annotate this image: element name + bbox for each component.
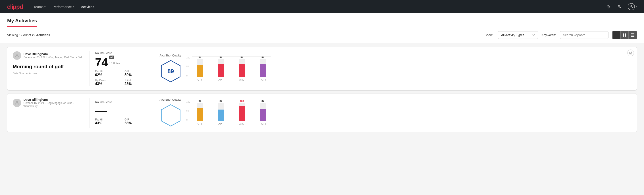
nav-teams[interactable]: Teams ▾ — [34, 4, 46, 10]
card2-quality-section: Avg Shot Quality 100 50 0 — [160, 98, 271, 128]
bar2-app-label: APP — [218, 122, 223, 125]
svg-point-0 — [630, 5, 632, 7]
grid-view-button[interactable] — [620, 31, 628, 39]
navbar: clippd Teams ▾ Performance ▾ Activities … — [0, 0, 644, 14]
avatar2 — [13, 98, 21, 107]
bar-putt-label: PUTT — [260, 78, 266, 81]
round-score-value: 74 +4 18 Holes — [95, 56, 148, 68]
activity-type-select[interactable]: All Activity Types Round Practice — [498, 31, 538, 39]
bar-app: 90 APP — [213, 56, 229, 81]
svg-rect-7 — [625, 35, 626, 36]
bar2-arg: 106 ARG — [234, 100, 250, 125]
refresh-button[interactable]: ↻ — [616, 3, 623, 10]
nav-performance[interactable]: Performance ▾ — [53, 4, 74, 10]
user-date: December 05, 2021 - Gog Magog Golf Club … — [24, 56, 82, 59]
svg-marker-14 — [161, 105, 180, 126]
divider3 — [90, 98, 90, 128]
svg-rect-2 — [615, 35, 618, 35]
svg-point-13 — [16, 101, 18, 103]
bar-app-fill — [218, 64, 224, 77]
updown-stat: Up/Down 43% — [95, 79, 119, 86]
view-toggle — [612, 31, 637, 39]
bar-putt-fill — [260, 64, 266, 77]
user2-name: Dave Billingham — [24, 98, 84, 102]
oneputt-stat: 1 Putt 28% — [124, 79, 148, 86]
bar-app-value: 90 — [220, 56, 222, 58]
bar2-ott-fill — [197, 108, 203, 121]
stat-grid: FW Hit 62% GIR 50% Up/Down 43% 1 Putt 28… — [95, 70, 148, 86]
bar2-arg-value: 106 — [240, 100, 244, 102]
avatar — [13, 51, 21, 60]
nav-activities[interactable]: Activities — [81, 4, 94, 10]
hexagon-wrap: 89 — [160, 59, 182, 84]
hexagon2-wrap — [160, 103, 182, 128]
quality-hex-section: Avg Shot Quality 89 — [160, 54, 182, 84]
fw-hit-stat2: FW Hit 43% — [95, 118, 119, 125]
list-compact-view-button[interactable] — [612, 31, 620, 39]
bar2-ott-value: 94 — [198, 100, 201, 102]
quality-label2: Avg Shot Quality — [160, 98, 182, 101]
bar-chart-section: 100 50 0 85 — [187, 56, 271, 81]
bar-chart2-section: 100 50 0 94 OTT — [187, 100, 271, 125]
score-number: 74 — [95, 56, 108, 68]
divider4 — [154, 98, 154, 128]
filter-bar: Viewing 12 out of 29 Activities Show: Al… — [0, 27, 644, 43]
bar-ott-value: 85 — [198, 56, 201, 58]
gir-stat: GIR 50% — [124, 70, 148, 77]
activity-card: Dave Billingham December 05, 2021 - Gog … — [7, 47, 637, 90]
avatar-chevron-icon: ▾ — [636, 6, 637, 8]
bar2-arg-track — [239, 103, 245, 121]
search-input[interactable] — [560, 31, 609, 39]
y-axis2: 100 50 0 — [186, 100, 190, 121]
quality2-hex-section: Avg Shot Quality — [160, 98, 182, 128]
bar-app-track — [218, 59, 224, 77]
page-header: My Activities — [0, 14, 644, 27]
bar2-putt-label: PUTT — [260, 122, 266, 125]
logo: clippd — [7, 3, 23, 10]
bar2-app-fill — [218, 110, 224, 121]
list-full-view-button[interactable] — [628, 31, 637, 39]
hex-quality-value: 89 — [168, 68, 174, 75]
add-button[interactable]: ⊕ — [604, 3, 612, 10]
card2-stats-section: Round Score — FW Hit 43% GIR 56% — [95, 98, 148, 128]
bar2-app-value: 82 — [220, 100, 222, 102]
card-left-section: Dave Billingham December 05, 2021 - Gog … — [13, 51, 84, 86]
activities-list: Dave Billingham December 05, 2021 - Gog … — [0, 47, 644, 138]
gir-stat2: GIR 56% — [124, 118, 148, 125]
svg-rect-4 — [623, 34, 624, 35]
bar2-app-track — [218, 103, 224, 121]
bar2-ott-track — [197, 103, 203, 121]
y-axis: 100 50 0 — [186, 56, 190, 77]
bar-arg-label: ARG — [239, 78, 244, 81]
user-info: Dave Billingham December 05, 2021 - Gog … — [24, 52, 82, 59]
bar2-putt-fill — [260, 109, 266, 121]
svg-rect-6 — [623, 35, 624, 36]
bar-arg-track — [239, 59, 245, 77]
hexagon2-icon — [161, 104, 181, 126]
performance-chevron-icon: ▾ — [73, 6, 74, 8]
bar-chart: 100 50 0 85 — [192, 56, 271, 81]
avatar — [628, 3, 635, 10]
bar2-arg-fill — [239, 106, 245, 121]
stat-grid2: FW Hit 43% GIR 56% — [95, 118, 148, 125]
edit-button[interactable] — [627, 50, 634, 56]
bar-arg: 89 ARG — [234, 56, 250, 81]
card2-left-section: Dave Billingham October 16, 2021 - Gog M… — [13, 98, 84, 128]
teams-chevron-icon: ▾ — [44, 6, 46, 8]
user-avatar-button[interactable]: ▾ — [628, 3, 637, 10]
bar-arg-value: 89 — [240, 56, 243, 58]
score-number2: — — [95, 105, 107, 116]
fw-hit-stat: FW Hit 62% — [95, 70, 119, 77]
keywords-label: Keywords: — [542, 33, 556, 37]
score-badge: +4 — [109, 56, 114, 59]
bar-arg-fill — [239, 64, 245, 77]
bar-app-label: APP — [218, 78, 223, 81]
card-user: Dave Billingham December 05, 2021 - Gog … — [13, 51, 84, 60]
bar2-app: 82 APP — [213, 100, 229, 125]
user2-info: Dave Billingham October 16, 2021 - Gog M… — [24, 98, 84, 108]
page-title: My Activities — [7, 14, 37, 27]
show-label: Show: — [485, 33, 494, 37]
quality-label: Avg Shot Quality — [160, 54, 182, 57]
bar2-putt: 87 PUTT — [254, 100, 271, 125]
bar-putt: 89 PUTT — [254, 56, 271, 81]
